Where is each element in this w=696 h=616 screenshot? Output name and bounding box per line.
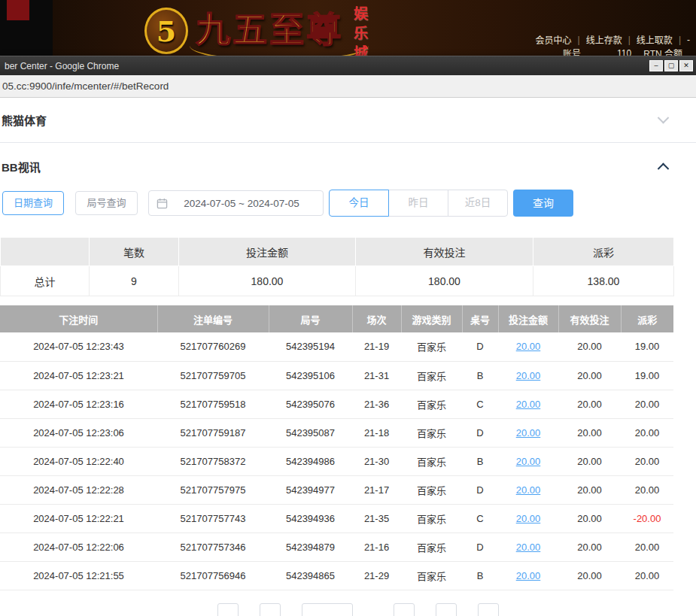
round-id-cell: 542394879	[269, 533, 352, 561]
nav-separator: |	[628, 35, 631, 45]
logo-title: 九五至尊	[196, 3, 343, 56]
game-type-cell: 百家乐	[401, 561, 462, 590]
table-row: 2024-07-05 12:22:06521707757346542394879…	[0, 533, 673, 561]
nav-separator: |	[578, 35, 580, 45]
summary-header-bet-amount: 投注金额	[179, 238, 356, 266]
bet-id-cell: 521707757346	[157, 533, 269, 561]
payout-cell: 20.00	[621, 418, 673, 447]
bet-amount-link[interactable]: 20.00	[516, 570, 541, 581]
nav-separator: |	[679, 35, 681, 45]
col-header-session: 场次	[352, 305, 401, 332]
bet-amount-link[interactable]: 20.00	[516, 399, 541, 410]
bet-amount-cell: 20.00	[498, 561, 558, 590]
bet-amount-link[interactable]: 20.00	[516, 427, 541, 438]
quick-date-group: 今日昨日近8日	[329, 190, 508, 217]
bet-amount-link[interactable]: 20.00	[516, 542, 541, 553]
window-titlebar[interactable]: ber Center - Google Chrome – ▢ ✕	[0, 56, 696, 75]
game-type-cell: 百家乐	[401, 504, 462, 533]
game-type-cell: 百家乐	[401, 332, 462, 361]
chevron-down-icon[interactable]	[658, 112, 670, 124]
bet-table-body: 2024-07-05 12:23:43521707760269542395194…	[0, 332, 673, 590]
pagination-button[interactable]	[394, 603, 415, 616]
session-cell: 21-29	[352, 561, 401, 590]
summary-header-row: 笔数 投注金额 有效投注 派彩	[1, 238, 674, 266]
pagination-button[interactable]	[436, 603, 457, 616]
bet-time-cell: 2024-07-05 12:23:43	[0, 332, 157, 361]
nav-link[interactable]: 会员中心	[536, 33, 572, 46]
bet-amount-link[interactable]: 20.00	[516, 513, 541, 524]
session-cell: 21-17	[352, 475, 401, 504]
bet-id-cell: 521707760269	[157, 332, 269, 361]
window-title: ber Center - Google Chrome	[5, 61, 649, 71]
bet-amount-link[interactable]: 20.00	[516, 456, 541, 467]
pagination-button[interactable]	[302, 603, 353, 616]
table-code-cell: D	[462, 418, 498, 447]
section-title-bb: BB视讯	[2, 159, 41, 174]
summary-header-count: 笔数	[90, 238, 179, 266]
payout-cell: 20.00	[621, 390, 673, 418]
bet-time-cell: 2024-07-05 12:21:55	[0, 561, 157, 590]
round-id-cell: 542395106	[269, 361, 352, 390]
quick-button-今日[interactable]: 今日	[329, 190, 389, 217]
game-type-cell: 百家乐	[401, 447, 462, 475]
bet-amount-cell: 20.00	[498, 390, 558, 418]
maximize-button[interactable]: ▢	[664, 60, 678, 71]
table-code-cell: B	[462, 561, 498, 590]
url-text: 05.cc:9900/infe/mcenter/#/betRecord	[2, 80, 169, 92]
valid-bet-cell: 20.00	[558, 504, 621, 533]
table-row: 2024-07-05 12:22:28521707757975542394977…	[0, 475, 673, 504]
table-row: 2024-07-05 12:23:21521707759705542395106…	[0, 361, 673, 390]
valid-bet-cell: 20.00	[558, 447, 621, 475]
summary-total-label: 总计	[1, 266, 90, 296]
session-cell: 21-30	[352, 447, 401, 475]
section-panda-sports[interactable]: 熊猫体育	[0, 98, 696, 143]
pagination-button[interactable]	[260, 603, 281, 616]
close-button[interactable]: ✕	[679, 60, 693, 71]
game-type-cell: 百家乐	[401, 390, 462, 418]
bet-amount-cell: 20.00	[498, 533, 558, 561]
logo-emblem-icon: 5	[144, 8, 188, 54]
site-logo: 5 九五至尊 娱乐城	[144, 3, 369, 65]
session-cell: 21-31	[352, 361, 401, 390]
payout-cell: 20.00	[621, 533, 673, 561]
nav-link[interactable]: 线上存款	[586, 33, 622, 46]
address-bar[interactable]: 05.cc:9900/infe/mcenter/#/betRecord	[0, 75, 696, 98]
table-code-cell: D	[462, 332, 498, 361]
summary-table: 笔数 投注金额 有效投注 派彩 总计 9 180.00 180.00 138.0…	[0, 237, 674, 296]
pagination-button[interactable]	[217, 603, 239, 616]
bet-amount-link[interactable]: 20.00	[516, 484, 541, 496]
col-header-table-code: 桌号	[462, 305, 498, 332]
round-query-button[interactable]: 局号查询	[75, 191, 138, 215]
bet-record-table: 下注时间 注单编号 局号 场次 游戏类别 桌号 投注金额 有效投注 派彩 202…	[0, 305, 673, 590]
nav-link[interactable]: 线上取款	[637, 33, 673, 46]
session-cell: 21-36	[352, 390, 401, 418]
summary-total-row: 总计 9 180.00 180.00 138.00	[1, 266, 674, 296]
summary-total-bet-amount: 180.00	[179, 266, 356, 296]
date-query-button[interactable]: 日期查询	[2, 191, 64, 215]
section-bb-video[interactable]: BB视讯	[0, 143, 696, 190]
bet-id-cell: 521707758372	[157, 447, 269, 475]
col-header-bet-amount: 投注金额	[498, 305, 558, 332]
search-button[interactable]: 查询	[513, 190, 573, 217]
table-code-cell: B	[462, 361, 498, 390]
calendar-icon	[157, 198, 168, 209]
quick-button-昨日[interactable]: 昨日	[388, 190, 448, 217]
nav-suffix: -	[687, 35, 690, 45]
bet-time-cell: 2024-07-05 12:22:28	[0, 475, 157, 504]
bet-amount-link[interactable]: 20.00	[516, 370, 541, 381]
session-cell: 21-16	[352, 533, 401, 561]
table-code-cell: D	[462, 475, 498, 504]
chrome-popup-window: ber Center - Google Chrome – ▢ ✕ 05.cc:9…	[0, 56, 696, 616]
date-range-input[interactable]: 2024-07-05 ~ 2024-07-05	[148, 190, 324, 216]
summary-header-valid-bet: 有效投注	[356, 238, 533, 266]
bet-amount-link[interactable]: 20.00	[516, 341, 541, 352]
payout-cell: 20.00	[621, 561, 673, 590]
summary-total-payout: 138.00	[533, 266, 674, 296]
chevron-up-icon[interactable]	[658, 162, 670, 174]
bet-time-cell: 2024-07-05 12:22:40	[0, 447, 157, 475]
round-id-cell: 542395194	[269, 332, 352, 361]
pagination-button[interactable]	[478, 603, 499, 616]
minimize-button[interactable]: –	[649, 60, 663, 71]
quick-button-近8日[interactable]: 近8日	[448, 190, 508, 217]
round-id-cell: 542394865	[269, 561, 352, 590]
